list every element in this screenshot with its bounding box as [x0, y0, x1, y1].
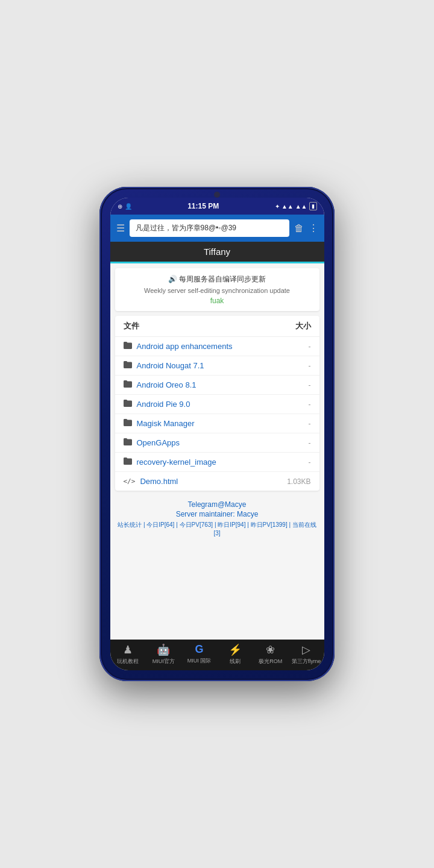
- nav-item-4[interactable]: ❀极光ROM: [253, 643, 288, 665]
- footer-stats: 站长统计 | 今日IP[64] | 今日PV[763] | 昨日IP[94] |…: [115, 521, 319, 538]
- nav-icon-0: ♟: [123, 643, 133, 656]
- hamburger-icon[interactable]: ☰: [116, 222, 125, 234]
- folder-icon: [124, 361, 132, 370]
- footer-info: Telegram@Macye Server maintainer: Macye …: [110, 495, 324, 542]
- announcement-link[interactable]: fuak: [124, 297, 311, 305]
- nav-label-4: 极光ROM: [259, 658, 282, 665]
- footer-telegram: Telegram@Macye: [115, 500, 319, 509]
- nav-label-1: MIUI官方: [153, 658, 175, 665]
- nav-item-1[interactable]: 🤖MIUI官方: [146, 643, 181, 665]
- nav-label-5: 第三方flyme: [292, 658, 321, 665]
- file-name: Android Nougat 7.1: [137, 361, 309, 370]
- folder-icon: [124, 342, 132, 351]
- footer-server: Server maintainer: Macye: [115, 510, 319, 518]
- status-left: ⊕ 👤: [118, 203, 132, 210]
- nav-item-5[interactable]: ▷第三方flyme: [288, 643, 324, 665]
- delete-icon[interactable]: 🗑: [294, 223, 304, 234]
- announcement-title: 🔊 每周服务器自编译同步更新: [124, 274, 311, 285]
- file-name: Android app enhancements: [137, 342, 309, 351]
- file-name: Android Pie 9.0: [137, 400, 309, 409]
- code-icon: </>: [124, 477, 136, 485]
- file-size: -: [309, 400, 311, 409]
- announcement-card: 🔊 每周服务器自编译同步更新 Weekly server self-editin…: [115, 268, 319, 311]
- nav-icon-5: ▷: [302, 643, 310, 656]
- file-name: Android Oreo 8.1: [137, 380, 309, 389]
- folder-icon: [124, 458, 132, 467]
- camera: [214, 192, 220, 198]
- search-bar: ☰ 凡是过往，皆为序章98@•◦@39 🗑 ⋮: [110, 215, 324, 242]
- bottom-nav: ♟玩机教程🤖MIUI官方GMIUI 国际⚡线刷❀极光ROM▷第三方flyme: [110, 640, 324, 670]
- folder-icon: [124, 438, 132, 447]
- nav-icon-4: ❀: [266, 643, 275, 656]
- more-icon[interactable]: ⋮: [309, 222, 318, 234]
- file-name: Demo.html: [140, 477, 287, 486]
- folder-icon: [124, 400, 132, 409]
- title-bar: Tiffany: [110, 242, 324, 263]
- announcement-subtitle: Weekly server self-editing synchronizati…: [124, 287, 311, 294]
- nav-label-3: 线刷: [230, 658, 241, 665]
- person-icon: 👤: [125, 203, 132, 210]
- table-row[interactable]: Magisk Manager-: [115, 414, 319, 433]
- folder-icon: [124, 380, 132, 389]
- nav-icon-2: G: [195, 643, 203, 656]
- location-icon: ⊕: [118, 203, 122, 210]
- status-bar: ⊕ 👤 11:15 PM ✦ ▲▲ ▲▲ ▮: [110, 198, 324, 215]
- table-row[interactable]: OpenGApps-: [115, 433, 319, 453]
- main-content: 🔊 每周服务器自编译同步更新 Weekly server self-editin…: [110, 263, 324, 640]
- file-list: Android app enhancements-Android Nougat …: [115, 337, 319, 491]
- nav-icon-3: ⚡: [228, 643, 242, 656]
- file-header: 文件 大小: [115, 316, 319, 337]
- nav-item-2[interactable]: GMIUI 国际: [181, 643, 217, 665]
- nav-item-3[interactable]: ⚡线刷: [217, 643, 253, 665]
- status-right: ✦ ▲▲ ▲▲ ▮: [275, 202, 317, 210]
- battery-icon: ▮: [309, 202, 317, 210]
- phone-screen: ⊕ 👤 11:15 PM ✦ ▲▲ ▲▲ ▮ ☰ 凡是过往，皆为序章98@•◦@…: [110, 198, 324, 670]
- table-row[interactable]: recovery-kernel_image-: [115, 453, 319, 472]
- search-actions: 🗑 ⋮: [294, 222, 318, 234]
- table-row[interactable]: Android Oreo 8.1-: [115, 376, 319, 395]
- bluetooth-icon: ✦: [275, 203, 280, 210]
- table-row[interactable]: </>Demo.html1.03KB: [115, 472, 319, 491]
- file-section: 文件 大小 Android app enhancements-Android N…: [115, 316, 319, 491]
- page-title: Tiffany: [204, 247, 230, 257]
- file-size: -: [309, 420, 311, 428]
- file-name: Magisk Manager: [137, 419, 309, 428]
- file-column-size: 大小: [295, 321, 311, 332]
- file-size: 1.03KB: [287, 477, 310, 486]
- status-time: 11:15 PM: [187, 202, 219, 210]
- search-input[interactable]: 凡是过往，皆为序章98@•◦@39: [130, 219, 289, 237]
- nav-label-2: MIUI 国际: [187, 657, 212, 665]
- file-column-name: 文件: [124, 321, 139, 332]
- file-name: OpenGApps: [137, 438, 309, 447]
- nav-item-0[interactable]: ♟玩机教程: [110, 643, 146, 665]
- file-size: -: [309, 342, 311, 351]
- file-size: -: [309, 362, 311, 370]
- file-size: -: [309, 439, 311, 447]
- table-row[interactable]: Android Nougat 7.1-: [115, 356, 319, 376]
- folder-icon: [124, 419, 132, 428]
- nav-icon-1: 🤖: [157, 643, 170, 656]
- file-size: -: [309, 381, 311, 389]
- table-row[interactable]: Android app enhancements-: [115, 337, 319, 356]
- table-row[interactable]: Android Pie 9.0-: [115, 395, 319, 414]
- signal-icon2: ▲▲: [295, 203, 307, 210]
- phone-frame: ⊕ 👤 11:15 PM ✦ ▲▲ ▲▲ ▮ ☰ 凡是过往，皆为序章98@•◦@…: [99, 187, 335, 681]
- file-name: recovery-kernel_image: [137, 458, 309, 467]
- nav-label-0: 玩机教程: [117, 658, 139, 665]
- signal-icon1: ▲▲: [281, 203, 294, 210]
- file-size: -: [309, 458, 311, 467]
